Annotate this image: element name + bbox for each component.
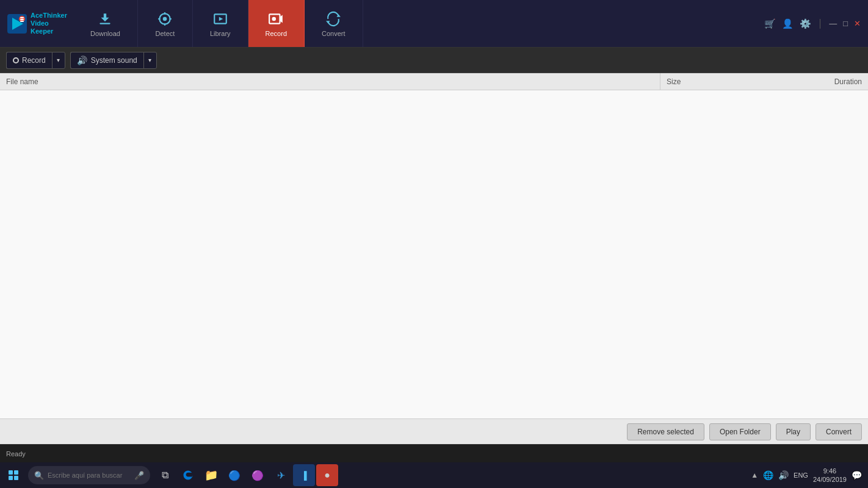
download-label: Download xyxy=(90,30,120,37)
sound-button-group: 🔊 System sound ▾ xyxy=(70,52,157,69)
convert-icon xyxy=(325,10,342,27)
convert-label: Convert xyxy=(322,30,345,37)
file-list-container: File name Size Duration xyxy=(0,73,868,418)
nav-item-record[interactable]: Record xyxy=(248,0,305,47)
maximize-button[interactable]: □ xyxy=(843,19,848,28)
main-toolbar: AceThinker Video Keeper Download xyxy=(0,0,868,48)
cart-icon[interactable]: 🛒 xyxy=(764,18,776,29)
sound-label: System sound xyxy=(91,56,137,65)
sound-dropdown-button[interactable]: ▾ xyxy=(143,52,157,69)
col-name-header: File name xyxy=(6,77,654,86)
header-separator-1 xyxy=(660,73,660,90)
nav-item-detect[interactable]: Detect xyxy=(138,0,193,47)
taskbar-app-multidesktop[interactable]: ⧉ xyxy=(154,464,176,486)
product-name: Video Keeper xyxy=(31,20,67,35)
taskbar-clock[interactable]: 9:46 24/09/2019 xyxy=(813,467,847,484)
nav-items: Download Detect xyxy=(73,0,363,47)
app-logo: AceThinker Video Keeper xyxy=(0,12,73,36)
sub-toolbar: Record ▾ 🔊 System sound ▾ xyxy=(0,48,868,73)
taskbar-app-record-active[interactable]: ● xyxy=(316,464,338,486)
svg-point-8 xyxy=(163,16,167,21)
remove-selected-button[interactable]: Remove selected xyxy=(627,423,704,440)
status-text: Ready xyxy=(6,450,26,458)
convert-button[interactable]: Convert xyxy=(816,423,862,440)
taskbar-tray: ▲ 🌐 🔊 ENG 9:46 24/09/2019 💬 xyxy=(751,467,866,484)
toolbar-divider xyxy=(820,19,820,29)
detect-label: Detect xyxy=(156,30,175,37)
brand-name: AceThinker xyxy=(31,12,67,20)
sound-icon: 🔊 xyxy=(77,56,87,65)
file-list-header: File name Size Duration xyxy=(0,73,868,90)
tray-volume-icon[interactable]: 🔊 xyxy=(778,470,789,480)
toolbar-top-icons: 🛒 👤 ⚙️ — □ ✕ xyxy=(764,18,868,29)
minimize-button[interactable]: — xyxy=(829,19,837,28)
bottom-bar: Remove selected Open Folder Play Convert xyxy=(0,418,868,444)
taskbar-search-input[interactable] xyxy=(48,472,131,479)
taskbar-date: 24/09/2019 xyxy=(813,475,847,484)
app-logo-text: AceThinker Video Keeper xyxy=(31,12,67,36)
start-button[interactable] xyxy=(2,464,24,486)
library-icon xyxy=(212,10,229,27)
nav-item-library[interactable]: Library xyxy=(193,0,248,47)
app-logo-icon xyxy=(7,14,27,34)
record-label: Record xyxy=(266,30,287,37)
record-button-group: Record ▾ xyxy=(6,52,65,69)
taskbar-search-icon: 🔍 xyxy=(34,471,44,480)
taskbar-app-explorer[interactable]: 📁 xyxy=(200,464,222,486)
svg-rect-6 xyxy=(100,23,110,24)
play-button[interactable]: Play xyxy=(776,423,811,440)
nav-item-convert[interactable]: Convert xyxy=(305,0,363,47)
nav-item-download[interactable]: Download xyxy=(73,0,138,47)
taskbar-app-edge[interactable] xyxy=(177,464,199,486)
record-main-button[interactable]: Record xyxy=(6,52,52,69)
user-icon[interactable]: 👤 xyxy=(782,18,794,29)
col-size-header: Size xyxy=(667,77,740,86)
taskbar-app-unknown2[interactable]: 🟣 xyxy=(247,464,269,486)
tray-notification-icon[interactable]: 💬 xyxy=(852,470,862,480)
svg-rect-5 xyxy=(20,21,24,22)
record-icon xyxy=(267,10,284,27)
svg-point-17 xyxy=(272,16,277,21)
taskbar: 🔍 🎤 ⧉ 📁 🔵 🟣 ✈ ▐ ● ▲ 🌐 🔊 ENG 9:46 24/09/2… xyxy=(0,462,868,488)
tray-network-icon[interactable]: 🌐 xyxy=(763,470,773,480)
download-icon xyxy=(96,10,114,27)
record-circle-icon xyxy=(13,57,19,63)
record-dropdown-button[interactable]: ▾ xyxy=(52,52,65,69)
svg-rect-3 xyxy=(20,17,24,18)
microphone-icon: 🎤 xyxy=(134,471,144,480)
col-duration-header: Duration xyxy=(740,77,862,86)
svg-rect-4 xyxy=(20,19,24,20)
record-button-label: Record xyxy=(22,56,46,65)
taskbar-apps: ⧉ 📁 🔵 🟣 ✈ ▐ ● xyxy=(154,464,338,486)
taskbar-app-unknown1[interactable]: 🔵 xyxy=(223,464,245,486)
taskbar-app-unknown3[interactable]: ✈ xyxy=(270,464,292,486)
taskbar-time: 9:46 xyxy=(823,467,836,475)
taskbar-app-task-mgr[interactable]: ▐ xyxy=(293,464,315,486)
file-list-body xyxy=(0,90,868,418)
open-folder-button[interactable]: Open Folder xyxy=(709,423,771,440)
tray-lang[interactable]: ENG xyxy=(794,472,808,479)
status-bar: Ready xyxy=(0,444,868,462)
tray-up-icon[interactable]: ▲ xyxy=(751,471,758,479)
sound-main-button[interactable]: 🔊 System sound xyxy=(70,52,143,69)
svg-marker-14 xyxy=(219,16,223,21)
settings-icon[interactable]: ⚙️ xyxy=(800,18,811,29)
detect-icon xyxy=(156,10,173,27)
taskbar-search[interactable]: 🔍 🎤 xyxy=(28,466,150,484)
windows-logo-icon xyxy=(9,470,18,480)
close-button[interactable]: ✕ xyxy=(854,19,861,28)
library-label: Library xyxy=(210,30,231,37)
